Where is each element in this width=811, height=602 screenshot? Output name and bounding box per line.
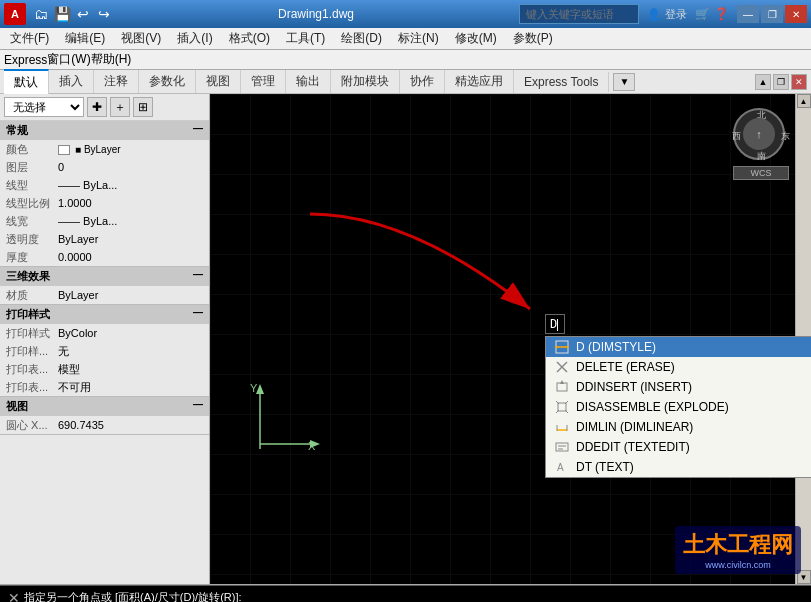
command-area: ✕ 指定另一个角点或 [面积(A)/尺寸(D)/旋转(R)]: ⚙ ► ▷ 键入…	[0, 584, 811, 602]
ribbon-minimize-button[interactable]: ▲	[755, 74, 771, 90]
menu-window[interactable]: 窗口(W)	[47, 51, 90, 68]
tab-featured[interactable]: 精选应用	[445, 70, 514, 93]
svg-rect-21	[556, 443, 568, 451]
app-logo: A	[4, 3, 26, 25]
x-axis-label: X	[308, 440, 315, 452]
command-input-box[interactable]: D	[545, 314, 565, 334]
menu-format[interactable]: 格式(O)	[221, 28, 278, 49]
qa-undo-button[interactable]: ↩	[74, 5, 92, 23]
object-selector-row: 无选择 ✚ ＋ ⊞	[0, 94, 209, 121]
section-view-header[interactable]: 视图 —	[0, 397, 209, 416]
properties-panel: 无选择 ✚ ＋ ⊞ 常规 — 颜色 ■ ByLayer 图层 0	[0, 94, 210, 584]
watermark-url: www.civilcn.com	[683, 560, 793, 570]
cart-area: 🛒 ❓	[695, 7, 729, 21]
drawing-canvas[interactable]: 北 南 东 西 ↑ WCS ▲ ▼ Y	[210, 94, 811, 584]
prop-layer: 图层 0	[0, 158, 209, 176]
menu-file[interactable]: 文件(F)	[2, 28, 57, 49]
prop-material: 材质 ByLayer	[0, 286, 209, 304]
search-input[interactable]	[519, 4, 639, 24]
ribbon-close-button[interactable]: ✕	[791, 74, 807, 90]
help-icon[interactable]: ❓	[714, 7, 729, 21]
tab-output[interactable]: 输出	[286, 70, 331, 93]
qa-save-button[interactable]: 💾	[53, 5, 71, 23]
color-swatch	[58, 145, 70, 155]
prop-print-style: 打印样式 ByColor	[0, 324, 209, 342]
autocomplete-item-6[interactable]: A DT (TEXT)	[546, 457, 811, 477]
ribbon-restore-button[interactable]: ❐	[773, 74, 789, 90]
autocomplete-item-2[interactable]: DDINSERT (INSERT)	[546, 377, 811, 397]
y-axis-label: Y	[250, 382, 257, 394]
autocomplete-item-3[interactable]: DISASSEMBLE (EXPLODE)	[546, 397, 811, 417]
autocomplete-dropdown[interactable]: D (DIMSTYLE) DELETE (ERASE) DDINSERT (IN…	[545, 336, 811, 478]
person-icon: 👤	[647, 8, 661, 21]
close-button[interactable]: ✕	[785, 5, 807, 23]
object-selector[interactable]: 无选择	[4, 97, 84, 117]
tab-annotation[interactable]: 注释	[94, 70, 139, 93]
menu-view[interactable]: 视图(V)	[113, 28, 169, 49]
close-command-icon[interactable]: ✕	[4, 590, 24, 603]
svg-rect-11	[557, 383, 567, 391]
tab-insert[interactable]: 插入	[49, 70, 94, 93]
window-controls: — ❐ ✕	[737, 5, 807, 23]
minimize-button[interactable]: —	[737, 5, 759, 23]
menu-draw[interactable]: 绘图(D)	[333, 28, 390, 49]
section-print-header[interactable]: 打印样式 —	[0, 305, 209, 324]
explode-icon	[554, 399, 570, 415]
menu-edit[interactable]: 编辑(E)	[57, 28, 113, 49]
menu-params[interactable]: 参数(P)	[505, 28, 561, 49]
tab-express-tools[interactable]: Express Tools	[514, 72, 609, 92]
tab-view[interactable]: 视图	[196, 70, 241, 93]
ribbon-extras-button[interactable]: ▼	[613, 73, 635, 91]
title-bar: A 🗂 💾 ↩ ↪ Drawing1.dwg 👤 登录 🛒 ❓ — ❐ ✕	[0, 0, 811, 28]
main-area: 无选择 ✚ ＋ ⊞ 常规 — 颜色 ■ ByLayer 图层 0	[0, 94, 811, 584]
cart-icon[interactable]: 🛒	[695, 7, 710, 21]
tab-manage[interactable]: 管理	[241, 70, 286, 93]
tab-addons[interactable]: 附加模块	[331, 70, 400, 93]
section-3d-header[interactable]: 三维效果 —	[0, 267, 209, 286]
watermark-logo: 土木工程网	[683, 530, 793, 560]
compass-widget: 北 南 东 西 ↑ WCS	[733, 108, 789, 180]
menu-dimension[interactable]: 标注(N)	[390, 28, 447, 49]
ribbon-min-controls: ▲ ❐ ✕	[755, 74, 807, 90]
dimstyle-icon	[554, 339, 570, 355]
autocomplete-item-0[interactable]: D (DIMSTYLE)	[546, 337, 811, 357]
prop-ltscale: 线型比例 1.0000	[0, 194, 209, 212]
section-view: 视图 — 圆心 X... 690.7435	[0, 397, 209, 435]
quick-access-toolbar: 🗂 💾 ↩ ↪	[32, 5, 113, 23]
qa-redo-button[interactable]: ↪	[95, 5, 113, 23]
section-general-header[interactable]: 常规 —	[0, 121, 209, 140]
delete-icon	[554, 359, 570, 375]
compass-west-label: 西	[732, 130, 741, 143]
svg-rect-13	[558, 403, 566, 411]
pointer-arrow	[290, 194, 550, 324]
menu-tools[interactable]: 工具(T)	[278, 28, 333, 49]
restore-button[interactable]: ❐	[761, 5, 783, 23]
scroll-up-button[interactable]: ▲	[797, 94, 811, 108]
input-cursor	[557, 319, 558, 331]
svg-text:A: A	[557, 462, 564, 473]
prop-icon-1[interactable]: ✚	[87, 97, 107, 117]
tab-parametric[interactable]: 参数化	[139, 70, 196, 93]
menu-help[interactable]: 帮助(H)	[91, 51, 132, 68]
prop-print-table: 打印样... 无	[0, 342, 209, 360]
ribbon-tab-bar: 默认 插入 注释 参数化 视图 管理 输出 附加模块 协作 精选应用 Expre…	[0, 70, 811, 94]
autocomplete-item-5[interactable]: DDEDIT (TEXTEDIT)	[546, 437, 811, 457]
dimlinear-icon	[554, 419, 570, 435]
tab-collab[interactable]: 协作	[400, 70, 445, 93]
autocomplete-item-1[interactable]: DELETE (ERASE)	[546, 357, 811, 377]
compass-east-label: 东	[781, 130, 790, 143]
menu-express[interactable]: Express	[4, 53, 47, 67]
section-print-style: 打印样式 — 打印样式 ByColor 打印样... 无 打印表... 模型 打…	[0, 305, 209, 397]
autocomplete-item-4[interactable]: DIMLIN (DIMLINEAR)	[546, 417, 811, 437]
prop-lineweight: 线宽 —— ByLa...	[0, 212, 209, 230]
qa-open-button[interactable]: 🗂	[32, 5, 50, 23]
prop-transparency: 透明度 ByLayer	[0, 230, 209, 248]
compass-south-label: 南	[757, 150, 766, 163]
prop-icon-2[interactable]: ＋	[110, 97, 130, 117]
wcs-label: WCS	[733, 166, 789, 180]
ribbon-extras: ▼	[613, 73, 639, 91]
menu-insert[interactable]: 插入(I)	[169, 28, 220, 49]
prop-icon-3[interactable]: ⊞	[133, 97, 153, 117]
menu-modify[interactable]: 修改(M)	[447, 28, 505, 49]
tab-default[interactable]: 默认	[4, 69, 49, 94]
